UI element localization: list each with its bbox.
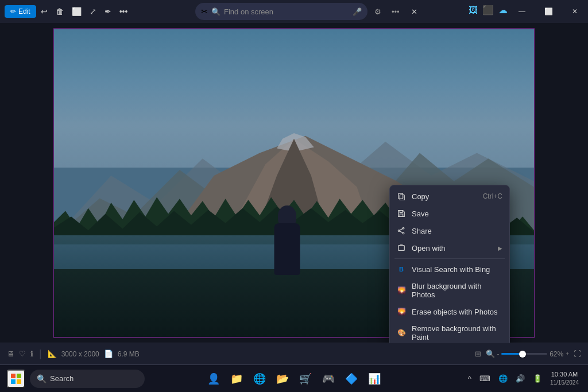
- battery-icon[interactable]: 🔋: [531, 372, 544, 385]
- microphone-icon: 🎤: [353, 7, 362, 16]
- share-label: Share: [412, 227, 502, 235]
- taskbar-search[interactable]: 🔍 Search: [30, 370, 145, 388]
- file-icon: 📄: [104, 350, 113, 358]
- taskbar-app-edge[interactable]: 🌐: [249, 368, 270, 389]
- remove-bg-label: Remove background with Paint: [412, 324, 502, 341]
- heart-icon: ♡: [19, 350, 26, 358]
- context-menu-visual-search[interactable]: B Visual Search with Bing: [390, 261, 509, 278]
- dimensions-icon: 📐: [48, 350, 57, 358]
- zoom-slider-fill: [501, 353, 520, 355]
- context-menu-blur-bg[interactable]: 🌄 Blur background with Photos: [390, 278, 509, 303]
- open-with-label: Open with: [412, 244, 492, 253]
- svg-rect-8: [400, 195, 404, 200]
- photos-erase-icon: 🌄: [397, 307, 406, 316]
- taskbar-app-person[interactable]: 👤: [203, 368, 224, 389]
- zoom-control[interactable]: 🔍 - 62% +: [486, 350, 569, 358]
- clock-date: 11/15/2024: [550, 379, 579, 387]
- context-menu-copy[interactable]: Copy Ctrl+C: [390, 188, 509, 205]
- edit-icon: ✏: [10, 7, 16, 15]
- taskbar: 🔍 Search 👤 📁 🌐 📂 🛒 🎮 🔷: [0, 364, 588, 392]
- blur-bg-label: Blur background with Photos: [412, 282, 502, 299]
- context-menu-save[interactable]: Save: [390, 205, 509, 222]
- taskbar-app-files[interactable]: 📁: [226, 368, 247, 389]
- paint-icon: 🎨: [397, 328, 406, 337]
- svg-rect-9: [399, 193, 403, 199]
- close-window-button[interactable]: ✕: [562, 0, 588, 23]
- more-options-button[interactable]: •••: [388, 6, 403, 17]
- taskbar-search-icon: 🔍: [37, 374, 47, 383]
- share-icon: [397, 226, 406, 235]
- fit-screen-icon[interactable]: ⊞: [475, 350, 481, 358]
- edit-button[interactable]: ✏ Edit: [5, 5, 36, 18]
- taskbar-search-text: Search: [50, 374, 74, 383]
- fullscreen-icon[interactable]: ⛶: [574, 350, 581, 358]
- start-button[interactable]: [7, 370, 25, 388]
- find-placeholder-text: Find on screen: [224, 7, 349, 16]
- visual-search-label: Visual Search with Bing: [412, 265, 502, 274]
- svg-point-11: [398, 230, 400, 232]
- context-menu-remove-bg[interactable]: 🎨 Remove background with Paint: [390, 320, 509, 343]
- svg-point-12: [403, 232, 404, 234]
- volume-icon[interactable]: 🔊: [513, 372, 527, 385]
- more-tools-button[interactable]: •••: [116, 5, 131, 18]
- crop-button[interactable]: ⤢: [86, 5, 100, 18]
- svg-line-14: [400, 231, 403, 233]
- undo-icon: ↩: [41, 7, 48, 16]
- delete-button[interactable]: 🗑: [52, 5, 67, 18]
- taskbar-app-explorer[interactable]: 📂: [272, 368, 293, 389]
- menu-separator-1: [394, 258, 505, 259]
- taskbar-app-store[interactable]: 🛒: [295, 368, 316, 389]
- settings-app-icon: ⬛: [482, 5, 494, 15]
- info-icon: ℹ: [30, 350, 33, 358]
- toolbar-left: ✏ Edit ↩ 🗑 ⬜ ⤢ ✒ •••: [0, 5, 136, 18]
- system-clock[interactable]: 10:30 AM 11/15/2024: [548, 369, 581, 388]
- context-menu-share[interactable]: Share: [390, 222, 509, 239]
- taskbar-system-tray: ^ ⌨ 🌐 🔊 🔋 10:30 AM 11/15/2024: [466, 369, 581, 388]
- copy-icon: [397, 192, 406, 201]
- context-menu-erase-objects[interactable]: 🌄 Erase objects with Photos: [390, 303, 509, 320]
- snip-app-logo: ✂: [201, 7, 208, 16]
- network-icon[interactable]: 🌐: [496, 372, 510, 385]
- main-content: Copy Ctrl+C Save Share: [0, 23, 588, 343]
- svg-rect-19: [17, 379, 21, 384]
- draw-button[interactable]: ✒: [101, 5, 115, 18]
- taskbar-app-games[interactable]: 🎮: [318, 368, 339, 389]
- zoom-out-icon[interactable]: 🔍: [486, 350, 495, 358]
- edit-label: Edit: [18, 7, 30, 15]
- erase-objects-label: Erase objects with Photos: [412, 308, 502, 316]
- find-on-screen-bar[interactable]: ✂ 🔍 Find on screen 🎤: [195, 3, 368, 20]
- copy-shortcut: Ctrl+C: [483, 192, 502, 200]
- zoom-slider-thumb[interactable]: [519, 351, 526, 358]
- save-label: Save: [412, 209, 502, 218]
- ellipsis-icon: •••: [119, 7, 128, 16]
- svg-line-13: [400, 228, 403, 230]
- copy-icon: ⬜: [72, 7, 82, 16]
- status-bar: 🖥 ♡ ℹ | 📐 3000 x 2000 📄 6.9 MB ⊞ 🔍 - 62%…: [0, 343, 588, 364]
- zoom-slider[interactable]: [501, 353, 547, 355]
- settings-button[interactable]: ⚙: [371, 6, 385, 17]
- close-button[interactable]: ✕: [407, 3, 423, 20]
- maximize-button[interactable]: ⬜: [535, 0, 562, 23]
- monitor-icon: 🖥: [7, 350, 14, 358]
- svg-point-10: [403, 227, 404, 229]
- context-menu: Copy Ctrl+C Save Share: [389, 185, 510, 343]
- undo-button[interactable]: ↩: [37, 5, 51, 18]
- photos-icon: 🖼: [469, 5, 478, 15]
- copy-label: Copy: [412, 192, 477, 201]
- context-menu-open-with[interactable]: Open with ▶: [390, 239, 509, 257]
- window-controls: — ⬜ ✕: [509, 0, 588, 23]
- taskbar-app-blue[interactable]: 🔷: [341, 368, 362, 389]
- svg-rect-16: [11, 374, 16, 378]
- clock-time: 10:30 AM: [550, 370, 579, 379]
- up-arrow-icon[interactable]: ^: [466, 372, 474, 385]
- copy-button[interactable]: ⬜: [68, 5, 85, 18]
- photo-dimensions: 3000 x 2000: [61, 350, 99, 358]
- open-with-icon: [397, 243, 406, 253]
- search-icon: 🔍: [211, 7, 220, 16]
- keyboard-icon[interactable]: ⌨: [477, 372, 493, 385]
- taskbar-app-data[interactable]: 📊: [364, 368, 385, 389]
- save-icon: [397, 209, 406, 218]
- bing-icon: B: [397, 265, 406, 274]
- minimize-button[interactable]: —: [509, 0, 535, 23]
- cloud-icon: ☁: [498, 5, 508, 15]
